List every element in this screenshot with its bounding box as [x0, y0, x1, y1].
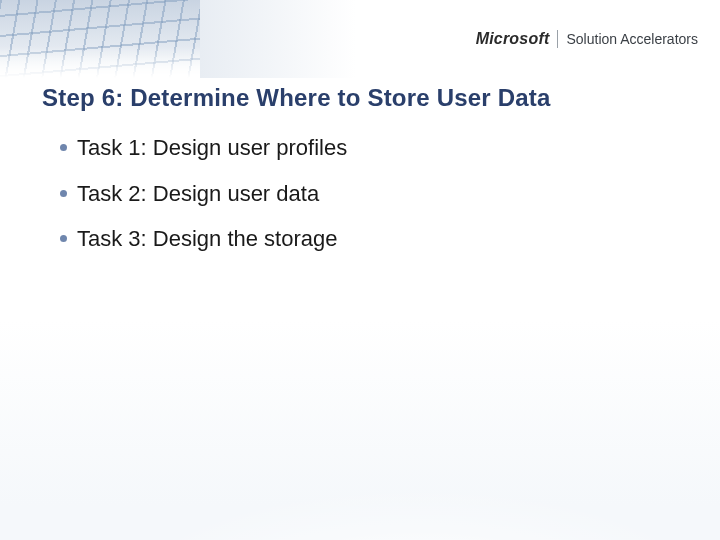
brand-company: Microsoft [476, 30, 550, 48]
list-item: Task 3: Design the storage [60, 225, 680, 253]
brand-divider [557, 30, 558, 48]
footer-glow [0, 320, 720, 540]
bullet-text: Task 3: Design the storage [77, 225, 337, 253]
slide-title: Step 6: Determine Where to Store User Da… [42, 84, 690, 112]
bullet-icon [60, 190, 67, 197]
list-item: Task 1: Design user profiles [60, 134, 680, 162]
brand-lockup: Microsoft Solution Accelerators [476, 30, 698, 48]
header-mesh-graphic [0, 0, 220, 78]
bullet-list: Task 1: Design user profiles Task 2: Des… [60, 134, 680, 253]
bullet-text: Task 1: Design user profiles [77, 134, 347, 162]
list-item: Task 2: Design user data [60, 180, 680, 208]
brand-product: Solution Accelerators [566, 31, 698, 47]
bullet-text: Task 2: Design user data [77, 180, 319, 208]
bullet-icon [60, 235, 67, 242]
bullet-icon [60, 144, 67, 151]
